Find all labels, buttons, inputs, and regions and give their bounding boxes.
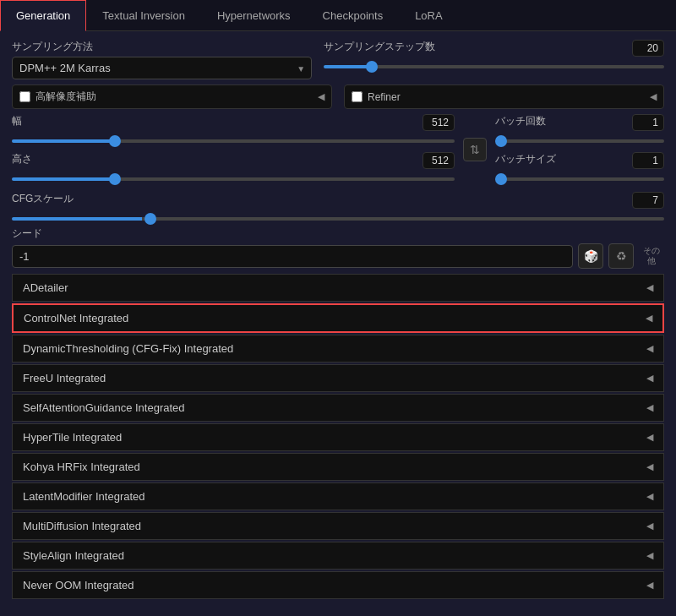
width-value: 512 [422,114,455,131]
seed-section: シード 🎲 ♻ その他 [12,226,664,269]
accordion-stylealign: StyleAlign Integrated ◀ [12,542,664,570]
seed-input[interactable] [12,245,573,268]
batch-count-section: バッチ回数 1 [495,114,664,145]
accordion-self-attention-label: SelfAttentionGuidance Integrated [23,401,185,414]
cfg-header: CFGスケール 7 [12,192,664,209]
swap-button[interactable]: ⇅ [463,138,487,161]
recycle-button[interactable]: ♻ [608,243,634,269]
accordion-self-attention-arrow: ◀ [646,402,653,413]
sampling-section: サンプリング方法 DPM++ 2M Karras Euler a Euler L… [12,40,664,79]
accordion-never-oom-header[interactable]: Never OOM Integrated ◀ [13,572,663,598]
accordion-controlnet-arrow: ◀ [646,313,652,324]
accordion-multidiffusion-header[interactable]: MultiDiffusion Integrated ◀ [13,513,663,539]
accordion-kohya-hrfix-label: Kohya HRFix Integrated [23,461,140,473]
accordion-kohya-hrfix-arrow: ◀ [646,461,653,472]
tab-textual-inversion[interactable]: Textual Inversion [86,0,201,30]
refiner-arrow: ◀ [650,91,657,102]
hires-refiner-row: 高解像度補助 ◀ Refiner ◀ [12,84,664,109]
accordion-multidiffusion: MultiDiffusion Integrated ◀ [12,512,664,540]
steps-value: 20 [632,40,664,57]
accordion-stylealign-arrow: ◀ [646,550,653,561]
main-content: サンプリング方法 DPM++ 2M Karras Euler a Euler L… [0,31,676,609]
cfg-value: 7 [632,192,664,209]
tab-lora[interactable]: LoRA [399,0,459,30]
tab-checkpoints[interactable]: Checkpoints [307,0,400,30]
steps-header: サンプリングステップ数 20 [324,40,664,57]
accordion-freeu-header[interactable]: FreeU Integrated ◀ [13,365,663,391]
accordion-hypertile-arrow: ◀ [646,432,653,443]
wh-batch-section: 幅 512 高さ 512 ⇅ バッチ回数 [12,114,664,187]
batch-count-label: バッチ回数 [495,114,546,128]
height-label: 高さ [12,152,32,166]
accordion-adetailer-arrow: ◀ [646,282,653,293]
dice-button[interactable]: 🎲 [578,243,603,269]
accordion-adetailer: ADetailer ◀ [12,274,664,302]
batch-size-section: バッチサイズ 1 [495,152,664,183]
accordion-dynamic-thresholding-header[interactable]: DynamicThresholding (CFG-Fix) Integrated… [13,335,663,362]
accordion-stylealign-header[interactable]: StyleAlign Integrated ◀ [13,542,663,569]
tabs-bar: Generation Textual Inversion Hypernetwor… [0,0,676,31]
accordion-dynamic-thresholding-label: DynamicThresholding (CFG-Fix) Integrated [23,342,233,355]
hires-checkbox[interactable] [19,91,30,102]
accordion-multidiffusion-arrow: ◀ [646,521,653,532]
sampling-left: サンプリング方法 DPM++ 2M Karras Euler a Euler L… [12,40,312,79]
accordion-kohya-hrfix: Kohya HRFix Integrated ◀ [12,453,664,481]
batch-size-value: 1 [632,152,664,169]
accordion-latent-modifier-label: LatentModifier Integrated [23,490,145,503]
accordion-never-oom: Never OOM Integrated ◀ [12,571,664,599]
steps-label: サンプリングステップ数 [324,40,435,54]
hires-label: 高解像度補助 [35,90,313,104]
batch-count-slider[interactable] [495,139,664,143]
accordion-dynamic-thresholding-arrow: ◀ [646,343,653,354]
accordion-controlnet-header[interactable]: ControlNet Integrated ◀ [14,305,662,331]
accordion-freeu-label: FreeU Integrated [23,372,106,384]
accordion-hypertile: HyperTile Integrated ◀ [12,423,664,451]
sampling-method-select[interactable]: DPM++ 2M Karras Euler a Euler LMS Heun D… [12,57,312,79]
accordion-freeu-arrow: ◀ [646,373,653,384]
accordion-hypertile-header[interactable]: HyperTile Integrated ◀ [13,424,663,450]
accordion-latent-modifier-arrow: ◀ [646,491,653,502]
accordion-controlnet-label: ControlNet Integrated [24,312,128,324]
width-section: 幅 512 [12,114,455,145]
accordion-never-oom-arrow: ◀ [646,580,653,591]
accordion-latent-modifier: LatentModifier Integrated ◀ [12,482,664,510]
tab-generation[interactable]: Generation [0,0,86,31]
hires-item: 高解像度補助 ◀ [12,84,332,109]
batch-right: バッチ回数 1 バッチサイズ 1 [495,114,664,187]
wh-left: 幅 512 高さ 512 [12,114,455,187]
cfg-slider[interactable] [12,217,664,221]
refiner-checkbox[interactable] [352,91,363,102]
batch-size-slider[interactable] [495,177,664,181]
accordion-freeu: FreeU Integrated ◀ [12,364,664,392]
refiner-item: Refiner ◀ [344,84,664,109]
accordion-latent-modifier-header[interactable]: LatentModifier Integrated ◀ [13,483,663,510]
cfg-section: CFGスケール 7 [12,192,664,223]
accordion-stylealign-label: StyleAlign Integrated [23,549,124,562]
seed-other-label: その他 [639,246,664,266]
cfg-label: CFGスケール [12,192,74,206]
accordion-kohya-hrfix-header[interactable]: Kohya HRFix Integrated ◀ [13,454,663,480]
steps-slider[interactable] [324,65,664,68]
accordion-adetailer-header[interactable]: ADetailer ◀ [13,275,663,301]
width-label: 幅 [12,114,22,128]
batch-size-header: バッチサイズ 1 [495,152,664,169]
tab-hypernetworks[interactable]: Hypernetworks [201,0,307,30]
sampling-right: サンプリングステップ数 20 [324,40,664,79]
sampling-dropdown-wrap: DPM++ 2M Karras Euler a Euler LMS Heun D… [12,57,312,79]
refiner-label: Refiner [368,91,645,103]
seed-row: 🎲 ♻ その他 [12,243,664,269]
width-slider[interactable] [12,139,455,143]
height-slider[interactable] [12,177,455,181]
height-section: 高さ 512 [12,152,455,183]
batch-count-value: 1 [632,114,664,131]
batch-count-header: バッチ回数 1 [495,114,664,131]
accordion: ADetailer ◀ ControlNet Integrated ◀ Dyna… [12,274,664,599]
accordion-multidiffusion-label: MultiDiffusion Integrated [23,520,141,532]
accordion-dynamic-thresholding: DynamicThresholding (CFG-Fix) Integrated… [12,335,664,363]
width-header: 幅 512 [12,114,455,131]
accordion-self-attention: SelfAttentionGuidance Integrated ◀ [12,394,664,422]
height-header: 高さ 512 [12,152,455,169]
accordion-hypertile-label: HyperTile Integrated [23,431,122,444]
accordion-self-attention-header[interactable]: SelfAttentionGuidance Integrated ◀ [13,395,663,421]
seed-label: シード [12,226,664,241]
